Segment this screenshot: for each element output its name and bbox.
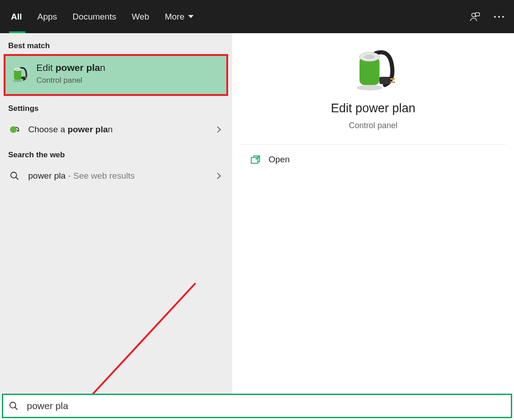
svg-rect-8 (25, 78, 27, 79)
svg-rect-20 (390, 81, 395, 83)
detail-subtitle: Control panel (349, 121, 397, 130)
more-icon[interactable] (494, 16, 504, 18)
results-panel: Best match Edit power plan Control panel (0, 33, 232, 394)
svg-point-23 (10, 402, 16, 408)
best-match-title: Edit power plan (36, 62, 105, 73)
tab-more[interactable]: More (164, 0, 194, 33)
svg-point-17 (364, 55, 375, 59)
feedback-icon[interactable] (469, 11, 480, 22)
web-header: Search the web (0, 142, 232, 163)
tab-apps[interactable]: Apps (36, 0, 58, 33)
tab-web[interactable]: Web (131, 0, 150, 33)
web-search-item[interactable]: power pla - See web results (0, 163, 232, 189)
svg-line-12 (16, 177, 19, 180)
detail-header: Edit power plan Control panel (240, 46, 506, 145)
web-search-label: power pla - See web results (28, 171, 135, 181)
svg-rect-6 (21, 76, 25, 79)
best-match-subtitle: Control panel (36, 76, 105, 85)
svg-line-13 (82, 283, 195, 406)
svg-point-11 (11, 172, 17, 178)
svg-line-24 (15, 407, 18, 410)
svg-rect-1 (475, 13, 479, 16)
svg-rect-18 (379, 77, 390, 84)
filter-tabs: All Apps Documents Web More (10, 0, 195, 33)
detail-panel: Edit power plan Control panel Open (232, 33, 514, 394)
svg-rect-10 (17, 130, 19, 131)
settings-item-choose-power-plan[interactable]: Choose a power plan (0, 117, 232, 142)
svg-point-14 (357, 85, 382, 90)
svg-point-2 (13, 80, 22, 82)
chevron-right-icon (215, 173, 221, 179)
settings-item-label: Choose a power plan (28, 125, 113, 135)
svg-point-5 (15, 68, 20, 70)
main-area: Best match Edit power plan Control panel (0, 33, 514, 394)
search-icon (9, 401, 19, 411)
svg-rect-19 (390, 78, 395, 80)
svg-rect-7 (25, 77, 27, 78)
open-icon (250, 155, 260, 164)
svg-point-9 (10, 126, 17, 133)
best-match-header: Best match (0, 33, 232, 54)
chevron-right-icon (215, 126, 221, 133)
detail-title: Edit power plan (331, 101, 415, 115)
best-match-item[interactable]: Edit power plan Control panel (4, 54, 228, 96)
action-open[interactable]: Open (232, 145, 514, 175)
top-bar: All Apps Documents Web More (0, 0, 514, 33)
settings-header: Settings (0, 96, 232, 117)
power-plan-icon (10, 65, 28, 83)
tab-documents[interactable]: Documents (72, 0, 117, 33)
svg-point-0 (472, 13, 475, 17)
power-plan-icon (350, 46, 396, 91)
search-input[interactable] (27, 400, 505, 411)
chevron-down-icon (188, 15, 194, 18)
search-bar[interactable] (2, 394, 512, 418)
power-options-icon (8, 123, 21, 136)
action-open-label: Open (269, 155, 289, 165)
search-icon (8, 170, 21, 182)
tab-all[interactable]: All (10, 0, 23, 33)
